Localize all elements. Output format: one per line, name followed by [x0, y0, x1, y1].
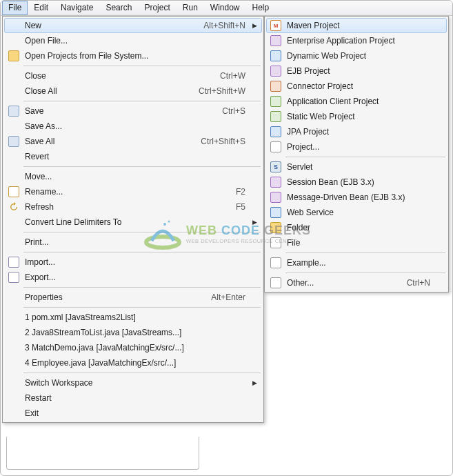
menubar-item-window[interactable]: Window: [204, 1, 246, 15]
file-menu-item-close[interactable]: CloseCtrl+W: [4, 68, 262, 83]
menu-item-label: Save All: [22, 137, 201, 146]
file-menu-item-exit[interactable]: Exit: [4, 406, 262, 421]
new-menu-item-project[interactable]: Project...: [266, 139, 447, 155]
file-menu-item-2-java8streamtolist-java-javastreams[interactable]: 2 Java8StreamToList.java [JavaStreams...…: [4, 325, 262, 340]
menu-separator: [23, 252, 261, 252]
save-icon: [6, 104, 22, 118]
menu-item-shortcut: Alt+Enter: [211, 292, 252, 302]
file-menu-item-export[interactable]: Export...: [4, 270, 262, 285]
new-menu-item-application-client-project[interactable]: Application Client Project: [266, 94, 447, 109]
new-menu-item-jpa-project[interactable]: JPA Project: [266, 124, 447, 139]
file-menu-item-print[interactable]: Print...: [4, 235, 262, 250]
new-menu-item-servlet[interactable]: SServlet: [266, 159, 447, 175]
menubar-item-project[interactable]: Project: [138, 1, 176, 15]
menubar: File Edit Navigate Search Project Run Wi…: [1, 1, 452, 16]
menu-separator: [23, 101, 261, 101]
blank-icon: [6, 84, 22, 98]
menubar-item-help[interactable]: Help: [246, 1, 276, 15]
file-icon: [268, 236, 284, 250]
file-menu-item-move[interactable]: Move...: [4, 169, 262, 184]
menubar-item-edit[interactable]: Edit: [28, 1, 54, 15]
new-menu-item-static-web-project[interactable]: Static Web Project: [266, 109, 447, 124]
file-menu-item-open-file[interactable]: Open File...: [4, 33, 262, 48]
menu-item-label: 3 MatchDemo.java [JavaMatchingEx/src/...…: [22, 343, 252, 353]
file-menu-item-save[interactable]: SaveCtrl+S: [4, 103, 262, 119]
file-menu-item-rename[interactable]: Rename...F2: [4, 184, 262, 199]
menu-item-label: Open File...: [22, 36, 252, 46]
new-menu-item-enterprise-application-project[interactable]: Enterprise Application Project: [266, 33, 447, 48]
blank-icon: [6, 69, 22, 83]
menu-item-label: New: [22, 21, 203, 30]
menu-item-label: Close All: [22, 86, 199, 96]
menu-item-label: Restart: [22, 393, 252, 403]
file-menu-item-switch-workspace[interactable]: Switch Workspace▶: [4, 375, 262, 390]
blank-icon: [6, 235, 22, 249]
menu-separator: [23, 287, 261, 288]
menubar-item-file[interactable]: File: [2, 1, 28, 15]
menubar-item-navigate[interactable]: Navigate: [54, 1, 99, 15]
file-menu-item-refresh[interactable]: RefreshF5: [4, 199, 262, 215]
blank-icon: [6, 34, 22, 48]
file-menu-item-open-projects-from-file-system[interactable]: Open Projects from File System...: [4, 48, 262, 63]
menu-item-label: Other...: [284, 278, 407, 288]
file-menu-item-save-all[interactable]: Save AllCtrl+Shift+S: [4, 134, 262, 149]
file-menu-item-1-pom-xml-javastreams2list[interactable]: 1 pom.xml [JavaStreams2List]: [4, 310, 262, 325]
menubar-item-search[interactable]: Search: [99, 1, 138, 15]
new-menu-item-other[interactable]: Other...Ctrl+N: [266, 275, 447, 290]
edit-icon: [6, 185, 22, 199]
new-menu-item-message-driven-bean-ejb-3-x[interactable]: Message-Driven Bean (EJB 3.x): [266, 190, 447, 205]
blank-icon: [6, 391, 22, 405]
static-icon: [268, 110, 284, 123]
file-icon: [268, 256, 284, 270]
file-menu-item-convert-line-delimiters-to[interactable]: Convert Line Delimiters To▶: [4, 215, 262, 230]
import-icon: [6, 270, 22, 284]
file-menu-item-new[interactable]: NewAlt+Shift+N▶: [4, 18, 262, 33]
web-icon: [268, 206, 284, 219]
menu-item-label: 2 Java8StreamToList.java [JavaStreams...…: [22, 328, 252, 337]
blank-icon: [6, 376, 22, 390]
submenu-arrow-icon: ▶: [252, 219, 259, 226]
menu-item-label: Convert Line Delimiters To: [22, 217, 252, 227]
menu-separator: [23, 166, 261, 167]
new-menu-item-web-service[interactable]: Web Service: [266, 205, 447, 220]
menu-item-label: Project...: [284, 142, 437, 152]
save-icon: [6, 135, 22, 148]
import-icon: [6, 255, 22, 269]
new-menu-item-folder[interactable]: Folder: [266, 220, 447, 235]
new-menu-item-dynamic-web-project[interactable]: Dynamic Web Project: [266, 48, 447, 63]
blank-icon: [6, 356, 22, 370]
web-icon: [268, 49, 284, 63]
menu-item-label: File: [284, 238, 437, 248]
ejb-icon: [268, 190, 284, 204]
file-menu-item-restart[interactable]: Restart: [4, 390, 262, 406]
new-menu-item-ejb-project[interactable]: EJB Project: [266, 63, 447, 79]
file-menu-item-import[interactable]: Import...: [4, 255, 262, 270]
new-submenu: MMaven ProjectEnterprise Application Pro…: [264, 16, 449, 292]
menu-item-label: Close: [22, 71, 220, 81]
menu-separator: [23, 232, 261, 232]
file-menu-item-3-matchdemo-java-javamatchingex-src[interactable]: 3 MatchDemo.java [JavaMatchingEx/src/...…: [4, 340, 262, 355]
menu-item-label: Save As...: [22, 121, 252, 131]
file-menu: NewAlt+Shift+N▶Open File...Open Projects…: [2, 16, 264, 423]
file-menu-item-properties[interactable]: PropertiesAlt+Enter: [4, 290, 262, 305]
menubar-item-run[interactable]: Run: [177, 1, 204, 15]
new-menu-item-session-bean-ejb-3-x[interactable]: Session Bean (EJB 3.x): [266, 175, 447, 190]
menu-item-label: Message-Driven Bean (EJB 3.x): [284, 192, 437, 202]
menu-separator: [23, 373, 261, 373]
file-menu-item-save-as[interactable]: Save As...: [4, 119, 262, 134]
servlet-icon: S: [268, 160, 284, 174]
file-menu-item-revert[interactable]: Revert: [4, 149, 262, 164]
menu-item-label: Rename...: [22, 187, 236, 197]
new-menu-item-file[interactable]: File: [266, 235, 447, 250]
file-menu-item-4-employee-java-javamatchingex-src[interactable]: 4 Employee.java [JavaMatchingEx/src/...]: [4, 355, 262, 370]
menu-item-label: Application Client Project: [284, 97, 437, 106]
new-menu-item-maven-project[interactable]: MMaven Project: [266, 18, 447, 33]
menu-item-shortcut: F5: [236, 202, 252, 212]
file-menu-item-close-all[interactable]: Close AllCtrl+Shift+W: [4, 83, 262, 99]
blank-icon: [6, 310, 22, 324]
new-menu-item-example[interactable]: Example...: [266, 255, 447, 270]
menu-item-shortcut: Ctrl+W: [220, 71, 252, 81]
menu-item-label: Folder: [284, 223, 437, 232]
new-menu-item-connector-project[interactable]: Connector Project: [266, 79, 447, 94]
maven-icon: M: [268, 19, 284, 32]
